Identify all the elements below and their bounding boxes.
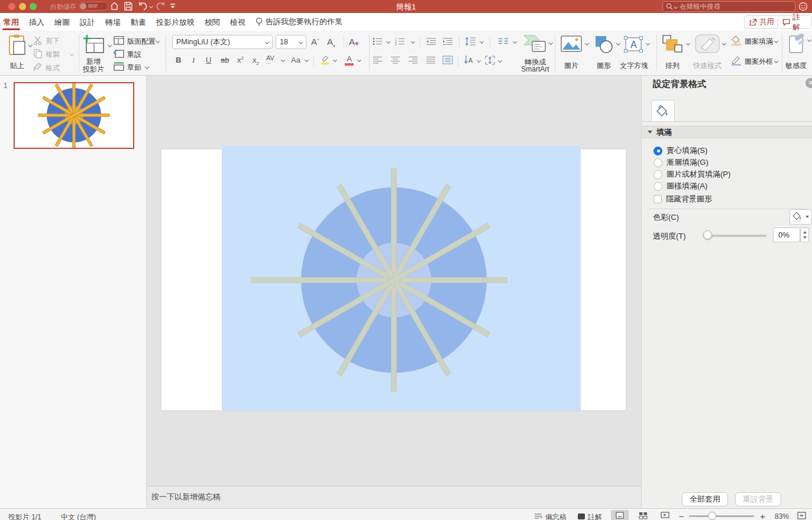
align-right-icon[interactable]	[408, 56, 418, 64]
line-spacing-chevron[interactable]	[480, 40, 484, 44]
font-name-combobox[interactable]: PMingLiU (本文)	[172, 35, 273, 49]
shape-fill-label[interactable]: 圖案填滿	[745, 37, 773, 47]
convert-smartart-chevron[interactable]	[549, 41, 553, 45]
text-direction-chevron[interactable]	[477, 58, 481, 63]
search-input[interactable]: 在簡報中搜尋	[662, 1, 795, 12]
comments-toggle-label[interactable]: 註解	[588, 512, 602, 520]
feedback-smiley-icon[interactable]	[798, 2, 808, 11]
shapes-menu-chevron[interactable]	[616, 41, 620, 46]
quick-styles-icon[interactable]	[694, 34, 720, 54]
columns-chevron[interactable]	[513, 40, 517, 44]
shape-outline-chevron[interactable]	[774, 59, 778, 63]
paste-icon[interactable]	[8, 34, 27, 56]
reset-slide-icon[interactable]	[114, 49, 124, 58]
picture-menu-chevron[interactable]	[585, 41, 589, 46]
decrease-indent-icon[interactable]	[426, 37, 436, 46]
language-indicator[interactable]: 中文 (台灣)	[61, 512, 96, 520]
zoom-slider-track[interactable]	[689, 515, 754, 517]
tab-insert[interactable]: 插入	[29, 13, 44, 31]
slide-editing-canvas[interactable]	[147, 76, 641, 486]
transparency-value-field[interactable]: 0%	[773, 228, 800, 242]
sensitivity-icon[interactable]	[788, 34, 805, 54]
copy-icon[interactable]	[34, 49, 42, 58]
change-case-chevron[interactable]	[305, 58, 309, 62]
radio-icon[interactable]	[654, 158, 662, 167]
new-slide-menu-chevron[interactable]	[108, 43, 112, 47]
normal-view-button[interactable]	[611, 510, 629, 520]
hide-background-graphics-option[interactable]: 隱藏背景圖形	[654, 194, 712, 204]
bold-button[interactable]: B	[176, 56, 181, 64]
quick-styles-label[interactable]: 快速樣式	[690, 61, 725, 71]
align-left-icon[interactable]	[373, 56, 383, 64]
fill-tab[interactable]	[651, 100, 675, 122]
comments-button[interactable]: 註解	[777, 15, 812, 29]
highlight-color-icon[interactable]	[319, 54, 330, 65]
share-button[interactable]: 共用	[744, 15, 779, 29]
comments-toggle-icon[interactable]	[578, 514, 585, 519]
shapes-label[interactable]: 圖形	[591, 61, 617, 71]
align-center-icon[interactable]	[390, 56, 400, 64]
new-slide-label-2[interactable]: 投影片	[81, 64, 106, 74]
justify-icon[interactable]	[426, 56, 436, 64]
reset-background-button[interactable]: 重設背景	[735, 492, 781, 506]
tab-animations[interactable]: 動畫	[131, 13, 146, 31]
clear-formatting-button[interactable]: A◆	[349, 37, 359, 47]
convert-smartart-label-2[interactable]: SmartArt	[517, 65, 554, 73]
cut-label[interactable]: 剪下	[46, 36, 60, 46]
section-icon[interactable]	[114, 62, 124, 71]
fit-to-window-icon[interactable]	[797, 512, 806, 519]
textbox-icon[interactable]: A	[623, 35, 643, 53]
reset-slide-label[interactable]: 重設	[127, 50, 141, 60]
tab-draw[interactable]: 繪圖	[54, 13, 70, 31]
shape-fill-icon[interactable]	[731, 35, 742, 46]
change-case-button[interactable]: Aa	[291, 56, 300, 64]
tab-slideshow[interactable]: 投影片放映	[156, 13, 195, 31]
shrink-font-button[interactable]: Av	[327, 37, 335, 48]
color-picker-button[interactable]	[790, 209, 812, 225]
highlight-color-chevron[interactable]	[333, 58, 337, 62]
numbering-chevron[interactable]	[411, 40, 415, 44]
italic-button[interactable]: I	[192, 56, 195, 65]
transparency-slider-thumb[interactable]	[703, 230, 712, 239]
format-painter-label[interactable]: 格式	[46, 63, 60, 73]
textbox-label[interactable]: 文字方塊	[616, 61, 652, 71]
align-text-vertical-icon[interactable]	[485, 56, 495, 65]
zoom-percentage[interactable]: 83%	[775, 512, 789, 520]
radio-selected-icon[interactable]	[654, 147, 662, 155]
tab-home[interactable]: 常用	[4, 13, 19, 31]
paste-menu-chevron[interactable]	[28, 43, 33, 47]
align-text-vertical-chevron[interactable]	[498, 58, 502, 63]
numbering-icon[interactable]: 123	[395, 37, 405, 46]
new-slide-icon[interactable]	[82, 34, 105, 54]
shape-outline-label[interactable]: 圖案外框	[745, 57, 773, 67]
font-color-chevron[interactable]	[357, 58, 361, 62]
picture-icon[interactable]	[561, 35, 582, 52]
layout-menu-chevron[interactable]	[156, 39, 160, 43]
font-size-combobox[interactable]: 18	[276, 35, 306, 49]
stepper-up-icon[interactable]	[803, 231, 807, 233]
convert-smartart-icon[interactable]	[523, 33, 546, 53]
copy-label[interactable]: 複製	[46, 50, 60, 60]
character-spacing-chevron[interactable]	[281, 58, 285, 62]
zoom-slider-thumb[interactable]	[708, 512, 716, 520]
fill-option-pattern[interactable]: 圖樣填滿(A)	[654, 181, 707, 191]
cut-icon[interactable]	[33, 36, 42, 45]
bullets-icon[interactable]	[373, 37, 383, 46]
arrange-icon[interactable]	[662, 35, 684, 54]
layout-label[interactable]: 版面配置	[127, 37, 156, 47]
zoom-in-button[interactable]: +	[760, 511, 765, 520]
transparency-stepper[interactable]	[800, 228, 809, 242]
fill-option-gradient[interactable]: 漸層填滿(G)	[654, 157, 709, 168]
increase-indent-icon[interactable]	[442, 37, 453, 46]
notes-toggle-label[interactable]: 備忘稿	[545, 512, 567, 520]
notes-toggle-icon[interactable]	[534, 512, 542, 519]
sensitivity-chevron[interactable]	[807, 38, 811, 42]
fill-option-picture[interactable]: 圖片或材質填滿(P)	[654, 169, 730, 180]
slide-sorter-view-icon[interactable]	[639, 512, 648, 519]
tab-transitions[interactable]: 轉場	[105, 13, 121, 31]
section-menu-chevron[interactable]	[145, 65, 149, 69]
picture-label[interactable]: 圖片	[557, 61, 585, 71]
tab-view[interactable]: 檢視	[230, 13, 245, 31]
character-spacing-button[interactable]: AV↔	[266, 54, 274, 66]
checkbox-icon[interactable]	[654, 195, 662, 203]
